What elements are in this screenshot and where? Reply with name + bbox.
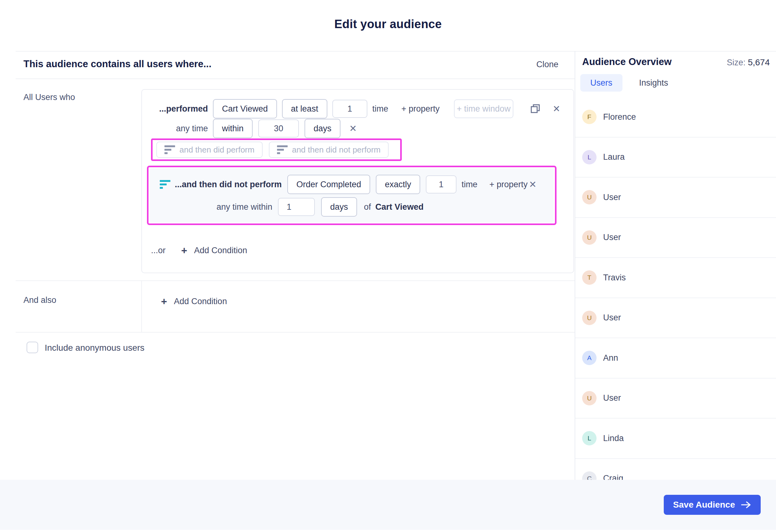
or-label: ...or bbox=[151, 246, 166, 255]
avatar: U bbox=[582, 391, 597, 406]
avatar: A bbox=[582, 351, 597, 365]
user-name: Craig bbox=[603, 474, 623, 480]
add-property-button[interactable]: + property bbox=[401, 104, 439, 114]
and-then-did-perform-button[interactable]: and then did perform bbox=[156, 142, 263, 158]
sub-time-label: time bbox=[461, 180, 477, 190]
sub-add-property-button[interactable]: + property bbox=[489, 180, 528, 190]
user-name: User bbox=[603, 233, 621, 242]
days-count-input[interactable] bbox=[258, 119, 299, 138]
include-anonymous-checkbox[interactable] bbox=[27, 342, 38, 353]
list-item[interactable]: UUser bbox=[575, 218, 776, 258]
duplicate-condition-icon[interactable] bbox=[530, 103, 541, 114]
list-item[interactable]: UUser bbox=[575, 298, 776, 338]
filter-icon bbox=[277, 145, 287, 154]
avatar: T bbox=[582, 270, 597, 285]
list-item[interactable]: FFlorence bbox=[575, 97, 776, 138]
or-add-condition-row: ...or + Add Condition bbox=[151, 242, 247, 259]
operator-select[interactable]: at least bbox=[282, 99, 327, 118]
sub-unit-select[interactable]: days bbox=[321, 197, 357, 217]
remove-time-window-icon[interactable]: ✕ bbox=[349, 124, 357, 133]
user-name: Florence bbox=[603, 112, 636, 122]
size-label: Size: bbox=[727, 58, 745, 67]
clone-button[interactable]: Clone bbox=[536, 60, 558, 69]
count-input[interactable] bbox=[332, 100, 367, 118]
highlight-subcondition: ...and then did not perform Order Comple… bbox=[147, 166, 557, 225]
unit-select[interactable]: days bbox=[305, 119, 341, 138]
list-item[interactable]: CCraig bbox=[575, 459, 776, 480]
sub-operator-select[interactable]: exactly bbox=[376, 175, 420, 194]
and-then-did-not-perform-label: and then did not perform bbox=[292, 145, 381, 155]
tab-insights[interactable]: Insights bbox=[635, 74, 672, 91]
page-title: Edit your audience bbox=[0, 17, 776, 31]
panel-title: This audience contains all users where..… bbox=[23, 58, 211, 70]
event-select[interactable]: Cart Viewed bbox=[213, 99, 277, 118]
list-item[interactable]: LLinda bbox=[575, 419, 776, 459]
tab-users[interactable]: Users bbox=[580, 74, 622, 91]
main-panel-header: This audience contains all users where..… bbox=[16, 52, 575, 79]
arrow-right-icon bbox=[741, 501, 751, 509]
remove-condition-icon[interactable]: ✕ bbox=[553, 104, 560, 113]
user-name: Travis bbox=[603, 273, 626, 283]
save-audience-button[interactable]: Save Audience bbox=[664, 495, 761, 515]
list-item[interactable]: UUser bbox=[575, 178, 776, 218]
subcondition-row-2: any time within days of Cart Viewed bbox=[150, 198, 554, 216]
avatar: F bbox=[582, 110, 597, 124]
filter-icon bbox=[165, 145, 175, 154]
time-window-input[interactable] bbox=[454, 99, 513, 118]
add-condition-label: Add Condition bbox=[194, 246, 247, 255]
reference-event-label: Cart Viewed bbox=[376, 202, 424, 212]
sub-count-input[interactable] bbox=[426, 175, 456, 194]
user-name: Linda bbox=[603, 434, 624, 443]
avatar: C bbox=[582, 471, 597, 480]
sub-window-input[interactable] bbox=[278, 198, 315, 216]
performed-label: ...performed bbox=[142, 104, 208, 114]
footer-bar: Save Audience bbox=[0, 480, 776, 530]
and-also-divider bbox=[141, 280, 142, 332]
all-users-who-label: All Users who bbox=[23, 92, 75, 102]
list-item[interactable]: LLaura bbox=[575, 138, 776, 178]
avatar: U bbox=[582, 230, 597, 245]
user-name: Ann bbox=[603, 353, 618, 363]
within-select[interactable]: within bbox=[213, 119, 253, 138]
condition-row-2: any time within days ✕ bbox=[142, 120, 572, 137]
subcondition-card: ...and then did not perform Order Comple… bbox=[150, 169, 554, 222]
plus-icon: + bbox=[161, 296, 167, 307]
any-time-within-label: any time within bbox=[160, 202, 272, 212]
size-value: 5,674 bbox=[748, 57, 770, 67]
avatar: L bbox=[582, 150, 597, 165]
user-name: User bbox=[603, 313, 621, 323]
audience-overview-title: Audience Overview bbox=[582, 56, 671, 67]
time-label: time bbox=[372, 104, 388, 114]
add-condition-button-2[interactable]: + Add Condition bbox=[161, 296, 227, 307]
section-divider bbox=[16, 280, 575, 281]
plus-icon: + bbox=[181, 245, 187, 256]
avatar: L bbox=[582, 431, 597, 446]
user-list: FFlorenceLLauraUUserUUserTTravisUUserAAn… bbox=[575, 97, 776, 480]
audience-editor: Edit your audience This audience contain… bbox=[0, 0, 776, 532]
remove-subcondition-icon[interactable]: ✕ bbox=[529, 180, 537, 189]
section-divider bbox=[16, 332, 575, 332]
add-condition-label: Add Condition bbox=[174, 297, 227, 306]
condition-row-1: ...performed Cart Viewed at least time +… bbox=[142, 100, 572, 118]
user-name: User bbox=[603, 193, 621, 202]
subcondition-row-1: ...and then did not perform Order Comple… bbox=[150, 175, 554, 194]
save-audience-label: Save Audience bbox=[673, 500, 735, 510]
include-anonymous-label: Include anonymous users bbox=[45, 343, 145, 353]
did-not-perform-label: ...and then did not perform bbox=[175, 180, 282, 190]
avatar: U bbox=[582, 311, 597, 325]
and-then-did-perform-label: and then did perform bbox=[179, 145, 254, 155]
of-label: of bbox=[364, 202, 371, 212]
list-item[interactable]: UUser bbox=[575, 378, 776, 419]
and-also-label: And also bbox=[23, 295, 56, 305]
highlight-then-actions: and then did perform and then did not pe… bbox=[151, 139, 402, 161]
and-then-did-not-perform-button[interactable]: and then did not perform bbox=[269, 142, 389, 158]
any-time-label: any time bbox=[142, 124, 208, 134]
list-item[interactable]: TTravis bbox=[575, 258, 776, 298]
user-name: Laura bbox=[603, 152, 625, 162]
avatar: U bbox=[582, 190, 597, 205]
list-item[interactable]: AAnn bbox=[575, 338, 776, 378]
sub-event-select[interactable]: Order Completed bbox=[287, 175, 370, 194]
audience-size: Size: 5,674 bbox=[727, 57, 770, 67]
add-condition-button[interactable]: + Add Condition bbox=[181, 245, 247, 256]
user-name: User bbox=[603, 393, 621, 403]
